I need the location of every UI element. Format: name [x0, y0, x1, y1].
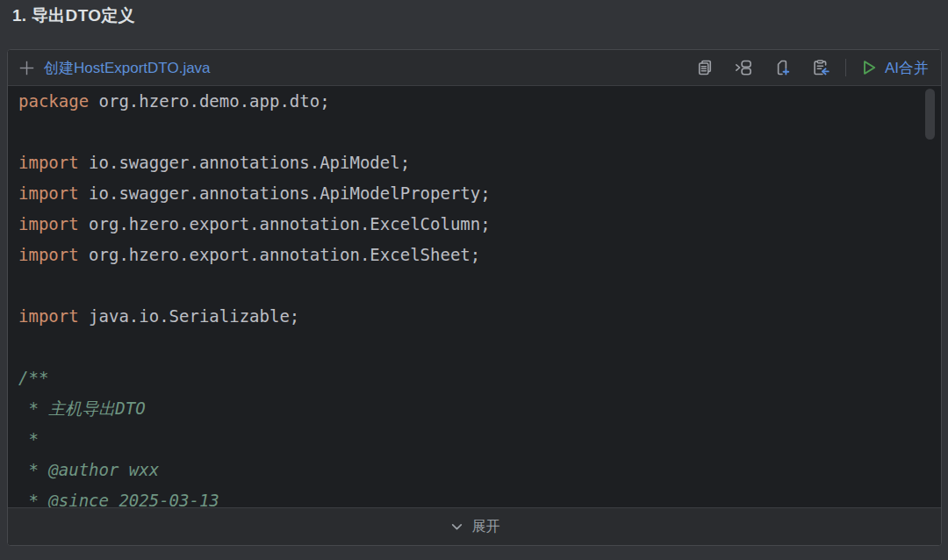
insert-icon[interactable] [812, 59, 830, 76]
filename-link[interactable]: 创建HostExportDTO.java [44, 58, 211, 78]
code-line: * @since 2025-03-13 [18, 485, 941, 507]
code-line: import org.hzero.export.annotation.Excel… [18, 240, 941, 270]
ai-merge-label: AI合并 [885, 58, 929, 78]
code-line: * [18, 424, 941, 455]
code-line [18, 270, 941, 301]
copy-icon[interactable] [696, 59, 714, 76]
chevron-down-icon [449, 520, 464, 535]
plus-icon [18, 60, 35, 76]
code-line: * 主机导出DTO [18, 393, 941, 424]
code-block-panel: 创建HostExportDTO.java [7, 49, 942, 546]
code-area: package org.hzero.demo.app.dto; import i… [8, 86, 941, 507]
ai-merge-button[interactable]: AI合并 [860, 58, 929, 78]
code-block-header: 创建HostExportDTO.java [8, 50, 941, 86]
code-line: import io.swagger.annotations.ApiModelPr… [18, 178, 941, 209]
code-line: * @author wxx [18, 455, 941, 485]
expand-label: 展开 [472, 518, 500, 536]
code-line: import io.swagger.annotations.ApiModel; [18, 147, 941, 178]
compare-icon[interactable] [735, 59, 752, 76]
code-line: import java.io.Serializable; [18, 301, 941, 332]
code-line: /** [18, 363, 941, 393]
expand-bar[interactable]: 展开 [8, 507, 941, 545]
page-heading: 1. 导出DTO定义 [12, 4, 135, 27]
new-file-icon[interactable] [773, 59, 791, 76]
scrollbar-thumb[interactable] [925, 89, 935, 140]
toolbar-separator [845, 59, 846, 76]
code-line [18, 117, 941, 147]
code-line [18, 332, 941, 363]
code-line: package org.hzero.demo.app.dto; [18, 86, 941, 117]
play-icon [860, 59, 878, 76]
code-line: import org.hzero.export.annotation.Excel… [18, 209, 941, 240]
code-lines: package org.hzero.demo.app.dto; import i… [18, 86, 941, 507]
